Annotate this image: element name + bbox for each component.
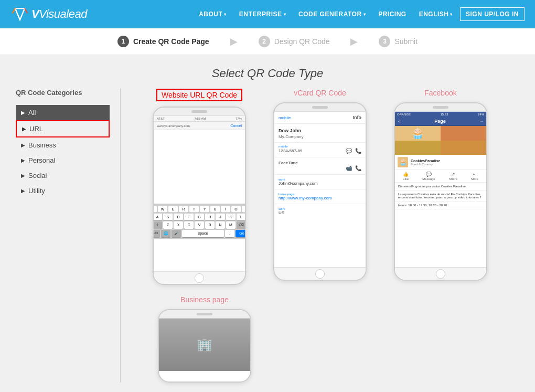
qr-card-facebook[interactable]: Facebook ORANGE 15:33 74% < Page bbox=[388, 89, 493, 285]
keyboard-row-3: ⇧ Z X C V B N M ⌫ bbox=[155, 221, 244, 229]
business-phone-content: 🏢 bbox=[159, 319, 250, 382]
business-speaker bbox=[197, 313, 212, 315]
svg-line-3 bbox=[25, 8, 27, 13]
key-r: R bbox=[179, 206, 188, 213]
fb-post-1: Bienvenid9, gracias por visitar Cookies … bbox=[395, 183, 486, 190]
sidebar-item-social[interactable]: ▶ Social bbox=[16, 168, 110, 183]
sidebar-item-personal[interactable]: ▶ Personal bbox=[16, 153, 110, 168]
fb-cover-grid: 🧁 bbox=[395, 126, 486, 155]
sidebar-title: QR Code Categories bbox=[16, 89, 110, 100]
sidebar-item-utility[interactable]: ▶ Utility bbox=[16, 183, 110, 198]
key-l: L bbox=[237, 214, 245, 220]
page-title: Select QR Code Type bbox=[0, 55, 535, 89]
steps-bar: 1 Create QR Code Page ▶ 2 Design QR Code… bbox=[0, 28, 535, 55]
nav-code-generator[interactable]: CODE GENERATOR▾ bbox=[293, 7, 371, 21]
main-content: QR Code Categories ▶ All ▶ URL ▶ Busines… bbox=[0, 89, 535, 392]
step-2[interactable]: 2 Design QR Code bbox=[259, 36, 330, 47]
vcard-facetime-icons: 📹 📞 bbox=[346, 165, 361, 171]
vcard-phone-content: mobile Info Dow John My-Company mobile 1… bbox=[274, 112, 366, 267]
key-w: W bbox=[158, 206, 167, 213]
vcard-phone2-icon: 📞 bbox=[355, 165, 361, 171]
about-caret: ▾ bbox=[224, 12, 227, 17]
nav-about[interactable]: ABOUT▾ bbox=[194, 7, 232, 21]
nav-enterprise[interactable]: ENTERPRISE▾ bbox=[234, 7, 291, 21]
key-p: P bbox=[242, 206, 245, 213]
more-icon: ··· bbox=[473, 172, 477, 177]
step-divider-1: ▶ bbox=[230, 36, 238, 47]
step-3[interactable]: 3 Submit bbox=[379, 36, 418, 47]
fb-status-bar: ORANGE 15:33 74% bbox=[395, 112, 486, 117]
step-1-num: 1 bbox=[117, 36, 129, 47]
vcard-mobile-field: mobile 1234-567-89 💬 📞 bbox=[274, 143, 366, 156]
key-h: H bbox=[205, 214, 215, 220]
fb-phone-top bbox=[395, 103, 486, 112]
sidebar-item-business[interactable]: ▶ Business bbox=[16, 137, 110, 153]
key-backspace: ⌫ bbox=[237, 221, 245, 229]
english-caret: ▾ bbox=[450, 12, 453, 17]
vcard-divider-4 bbox=[274, 204, 366, 204]
url-phone-mockup: AT&T 7:55 AM 77% www.yourcompany.com Can… bbox=[153, 107, 246, 285]
fb-home-btn bbox=[436, 269, 445, 279]
vcard-home-btn bbox=[315, 269, 325, 279]
step-2-num: 2 bbox=[259, 36, 270, 47]
sidebar-item-url[interactable]: ▶ URL bbox=[16, 120, 110, 137]
fb-action-like: 👍 Like bbox=[403, 172, 409, 181]
fb-speaker bbox=[433, 106, 448, 109]
key-z: Z bbox=[163, 221, 173, 229]
vcard-speaker bbox=[312, 106, 328, 109]
vcard-divider-2 bbox=[274, 174, 366, 175]
key-y: Y bbox=[200, 206, 209, 213]
key-o: O bbox=[231, 206, 241, 213]
qr-card-url[interactable]: Website URL QR Code AT&T 7:55 AM 77% www… bbox=[147, 89, 252, 285]
svg-line-2 bbox=[13, 8, 15, 13]
fb-phone-content: ORANGE 15:33 74% < Page ··· bbox=[395, 112, 486, 267]
fb-post-2: La reposteria Creativa esta de moda! En … bbox=[395, 190, 486, 202]
url-keyboard: Q W E R T Y U I O P bbox=[154, 204, 245, 239]
qr-card-business[interactable]: Business page 🏢 bbox=[152, 295, 257, 383]
sidebar-item-all[interactable]: ▶ All bbox=[16, 105, 110, 120]
vcard-phone-top bbox=[274, 103, 366, 112]
fb-hours: Hours: 10:00 - 13:30, 16:30 - 20:30 bbox=[395, 202, 486, 209]
facebook-phone-mockup: ORANGE 15:33 74% < Page ··· bbox=[394, 102, 487, 281]
key-n: N bbox=[216, 221, 225, 229]
all-arrow: ▶ bbox=[21, 110, 25, 115]
key-d: D bbox=[174, 214, 183, 220]
fb-cover-cell-1: 🧁 bbox=[395, 126, 441, 141]
key-period: . bbox=[225, 230, 234, 237]
header: VVisualead ABOUT▾ ENTERPRISE▾ CODE GENER… bbox=[0, 0, 535, 28]
vcard-mobile-value: 1234-567-89 💬 📞 bbox=[279, 148, 361, 154]
fb-actions: 👍 Like 💬 Message ↗ Share bbox=[395, 169, 486, 183]
fb-cover-cell-4 bbox=[441, 141, 486, 155]
vcard-work-field: work John@company.com bbox=[274, 176, 366, 188]
key-go: Go bbox=[236, 230, 245, 237]
key-u: U bbox=[210, 206, 220, 213]
step-1[interactable]: 1 Create QR Code Page bbox=[117, 36, 209, 47]
nav-english[interactable]: ENGLISH▾ bbox=[414, 7, 458, 21]
vcard-bubble-icon: 💬 bbox=[346, 148, 352, 154]
key-q: Q bbox=[154, 206, 157, 213]
vcard-video-icon: 📹 bbox=[346, 165, 352, 171]
key-shift: ⇧ bbox=[154, 221, 162, 229]
logo-text: Visualead bbox=[39, 7, 87, 21]
fb-cover: 🧁 bbox=[395, 126, 486, 155]
step-2-label: Design QR Code bbox=[274, 37, 330, 46]
key-m: M bbox=[226, 221, 236, 229]
like-icon: 👍 bbox=[403, 172, 409, 177]
vcard-phone-icon: 📞 bbox=[355, 148, 361, 154]
key-t: T bbox=[189, 206, 199, 213]
key-space: space bbox=[182, 230, 224, 237]
main-nav: ABOUT▾ ENTERPRISE▾ CODE GENERATOR▾ PRICI… bbox=[194, 7, 525, 21]
url-phone-bottom bbox=[154, 271, 245, 284]
facebook-card-title: Facebook bbox=[424, 89, 456, 97]
qr-card-vcard[interactable]: vCard QR Code mobile Info Dow John My-Co… bbox=[268, 89, 372, 285]
nav-pricing[interactable]: PRICING bbox=[373, 7, 412, 21]
qr-grid: Website URL QR Code AT&T 7:55 AM 77% www… bbox=[121, 89, 519, 383]
vcard-homepage-field: home page http://www.my-company.com bbox=[274, 190, 366, 203]
key-v: V bbox=[195, 221, 204, 229]
step-1-label: Create QR Code Page bbox=[133, 37, 209, 46]
svg-marker-0 bbox=[15, 8, 25, 20]
vcard-name: Dow John bbox=[274, 124, 366, 134]
url-status-bar: AT&T 7:55 AM 77% bbox=[154, 116, 245, 122]
nav-signup[interactable]: SIGN UP/LOG IN bbox=[460, 7, 525, 21]
logo[interactable]: VVisualead bbox=[10, 5, 87, 24]
